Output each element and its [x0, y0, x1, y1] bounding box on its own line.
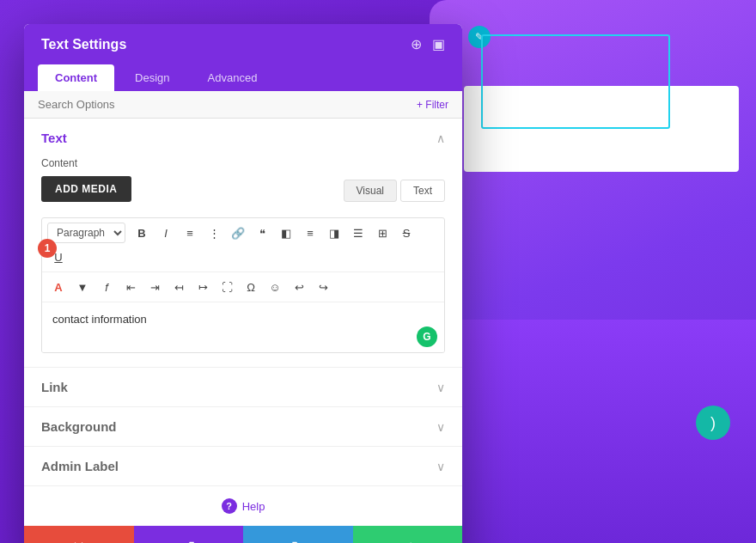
modal-content: Text ∧ Content ADD MEDIA Visual Text: [24, 119, 462, 526]
editor-toolbar: Paragraph B I ≡ ⋮ 🔗 ❝ ◧ ≡ ◨ ☰ ⊞ S: [41, 217, 445, 353]
grammarly-icon: G: [417, 326, 437, 347]
admin-label-section-header[interactable]: Admin Label ∨: [24, 447, 462, 485]
indent-left-button[interactable]: ⇤: [119, 276, 142, 298]
tab-advanced[interactable]: Advanced: [191, 64, 275, 91]
align-center-button[interactable]: ≡: [299, 222, 321, 244]
visual-view-button[interactable]: Visual: [344, 180, 397, 202]
tabs-bar: Content Design Advanced: [24, 64, 462, 91]
text-chevron-icon: ∧: [436, 131, 445, 145]
font-size-button[interactable]: ▼: [71, 276, 94, 298]
text-section-header[interactable]: Text ∧: [24, 119, 462, 157]
preview-panel: ✎ ): [430, 0, 756, 543]
redo-editor-button[interactable]: ↪: [312, 276, 334, 298]
modal-title: Text Settings: [41, 37, 126, 52]
link-chevron-icon: ∨: [436, 381, 445, 394]
link-section-header[interactable]: Link ∨: [24, 368, 462, 406]
editor-text: contact information: [52, 313, 147, 326]
preview-text-box: [481, 34, 670, 129]
background-section-header[interactable]: Background ∨: [24, 407, 462, 446]
unordered-list-button[interactable]: ≡: [179, 222, 201, 244]
view-toggle: Visual Text: [344, 180, 445, 202]
filter-button[interactable]: + Filter: [417, 99, 448, 111]
admin-label-chevron-icon: ∨: [436, 460, 445, 473]
help-label[interactable]: Help: [242, 500, 265, 513]
cancel-button[interactable]: ✕: [24, 526, 134, 543]
outdent-button[interactable]: ↤: [168, 276, 190, 298]
paragraph-select[interactable]: Paragraph: [47, 223, 125, 243]
bold-button[interactable]: B: [131, 222, 153, 244]
tab-content[interactable]: Content: [38, 64, 114, 91]
link-section-title: Link: [41, 380, 68, 394]
search-input[interactable]: [38, 98, 417, 111]
fullscreen-button[interactable]: ⛶: [216, 276, 238, 298]
undo-button[interactable]: ↺: [134, 526, 244, 543]
align-justify-button[interactable]: ☰: [347, 222, 369, 244]
redo-button[interactable]: ↻: [243, 526, 353, 543]
modal-header: Text Settings ⊕ ▣: [24, 24, 462, 64]
font-color-button[interactable]: A: [47, 276, 70, 298]
content-label: Content: [41, 157, 445, 169]
ordered-list-button[interactable]: ⋮: [203, 222, 225, 244]
font-button[interactable]: f: [95, 276, 118, 298]
admin-label-section: Admin Label ∨: [24, 447, 462, 486]
undo-editor-button[interactable]: ↩: [288, 276, 310, 298]
background-section-title: Background: [41, 419, 117, 434]
text-section: Text ∧ Content ADD MEDIA Visual Text: [24, 119, 462, 368]
background-chevron-icon: ∨: [436, 420, 445, 434]
italic-button[interactable]: I: [155, 222, 177, 244]
save-button[interactable]: ✓: [353, 526, 463, 543]
toolbar-row-1: Paragraph B I ≡ ⋮ 🔗 ❝ ◧ ≡ ◨ ☰ ⊞ S: [42, 218, 444, 272]
badge-1: 1: [38, 239, 57, 258]
text-section-title: Text: [41, 131, 67, 145]
preview-teal-button[interactable]: ): [696, 406, 730, 440]
copy-icon[interactable]: ⊕: [411, 36, 422, 52]
tab-design[interactable]: Design: [118, 64, 186, 91]
blockquote-button[interactable]: ❝: [251, 222, 273, 244]
indent-right-button[interactable]: ⇥: [143, 276, 166, 298]
editor-body[interactable]: contact information G: [42, 302, 444, 352]
help-section: ? Help: [24, 486, 462, 526]
link-section: Link ∨: [24, 368, 462, 407]
align-left-button[interactable]: ◧: [275, 222, 297, 244]
admin-label-section-title: Admin Label: [41, 459, 119, 473]
strikethrough-button[interactable]: S: [395, 222, 418, 244]
link-button[interactable]: 🔗: [227, 222, 249, 244]
text-settings-modal: Text Settings ⊕ ▣ Content Design Advance…: [24, 24, 462, 543]
indent-button[interactable]: ↦: [192, 276, 214, 298]
special-char-button[interactable]: Ω: [240, 276, 262, 298]
text-section-content: Content ADD MEDIA Visual Text Paragraph: [24, 157, 462, 367]
toolbar-row-2: A ▼ f ⇤ ⇥ ↤ ↦ ⛶ Ω ☺ ↩ ↪: [42, 272, 444, 302]
modal-footer: ✕ ↺ ↻ ✓: [24, 526, 462, 543]
table-button[interactable]: ⊞: [371, 222, 393, 244]
align-right-button[interactable]: ◨: [323, 222, 345, 244]
expand-icon[interactable]: ▣: [432, 36, 445, 52]
emoji-button[interactable]: ☺: [264, 276, 286, 298]
add-media-button[interactable]: ADD MEDIA: [41, 176, 131, 202]
background-section: Background ∨: [24, 407, 462, 447]
header-icons: ⊕ ▣: [411, 36, 445, 52]
text-view-button[interactable]: Text: [400, 180, 445, 202]
search-bar: + Filter: [24, 91, 462, 119]
help-icon: ?: [222, 498, 237, 514]
